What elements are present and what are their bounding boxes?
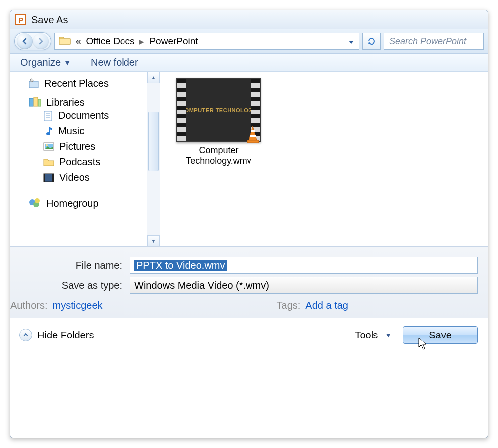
svg-point-12 xyxy=(46,132,50,135)
save-label: Save xyxy=(429,330,452,341)
svg-text:P: P xyxy=(18,16,23,24)
svg-rect-6 xyxy=(34,97,38,106)
address-dropdown-icon[interactable] xyxy=(348,37,355,48)
sidebar-header-libraries[interactable]: Libraries xyxy=(10,96,160,108)
tags-label: Tags: xyxy=(277,300,301,311)
back-button[interactable] xyxy=(17,33,33,49)
svg-rect-24 xyxy=(247,140,259,143)
titlebar: P Save As xyxy=(10,10,488,29)
authors-value[interactable]: mysticgeek xyxy=(52,300,102,311)
chevron-up-icon xyxy=(19,329,32,341)
svg-point-15 xyxy=(46,144,48,146)
svg-rect-8 xyxy=(44,111,52,121)
breadcrumb-current[interactable]: PowerPoint xyxy=(149,36,198,47)
sidebar-item-podcasts[interactable]: Podcasts xyxy=(10,154,160,170)
svg-rect-5 xyxy=(29,98,33,106)
search-input[interactable]: Search PowerPoint xyxy=(384,33,484,50)
hide-folders-label: Hide Folders xyxy=(37,330,94,341)
save-as-type-dropdown[interactable]: Windows Media Video (*.wmv) xyxy=(130,277,478,294)
save-as-type-value: Windows Media Video (*.wmv) xyxy=(134,280,269,291)
svg-rect-7 xyxy=(38,99,41,106)
authors-label: Authors: xyxy=(10,300,47,311)
video-thumbnail-icon: OMPUTER TECHNOLOG xyxy=(176,78,261,142)
form-area: File name: PPTX to Video.wmv Save as typ… xyxy=(10,247,488,318)
vlc-cone-icon xyxy=(243,124,263,144)
file-name-line1: Computer xyxy=(169,145,268,156)
chevron-right-icon: ▸ xyxy=(139,36,144,47)
scrollbar-thumb[interactable] xyxy=(148,112,159,171)
svg-rect-22 xyxy=(251,130,255,132)
sidebar-item-pictures[interactable]: Pictures xyxy=(10,139,160,154)
organize-button[interactable]: Organize ▼ xyxy=(20,57,71,68)
homegroup-icon xyxy=(28,197,41,209)
scroll-up-button[interactable]: ▲ xyxy=(147,72,160,83)
filename-input[interactable]: PPTX to Video.wmv xyxy=(130,257,478,274)
save-button[interactable]: Save xyxy=(403,326,478,344)
chevron-down-icon: ▼ xyxy=(64,59,71,67)
footer: Hide Folders Tools ▼ Save xyxy=(10,318,488,352)
svg-point-4 xyxy=(30,79,33,82)
body: Recent Places Libraries Documents Music xyxy=(10,72,488,247)
address-bar[interactable]: « Office Docs ▸ PowerPoint xyxy=(54,33,359,50)
file-name-line2: Technology.wmv xyxy=(169,156,268,166)
filename-value: PPTX to Video.wmv xyxy=(134,260,227,271)
save-as-dialog: P Save As « Office Docs ▸ PowerPoint xyxy=(10,10,488,438)
tags-value[interactable]: Add a tag xyxy=(305,300,348,311)
breadcrumb-prefix: « xyxy=(76,36,81,47)
sidebar-item-label: Documents xyxy=(58,110,109,121)
filename-label: File name: xyxy=(10,260,130,271)
breadcrumb-parent[interactable]: Office Docs xyxy=(86,36,135,47)
sidebar-item-label: Recent Places xyxy=(44,78,109,89)
tools-dropdown[interactable]: Tools ▼ xyxy=(355,330,392,341)
sidebar-item-homegroup[interactable]: Homegroup xyxy=(10,197,160,209)
window-title: Save As xyxy=(31,14,68,26)
folder-icon xyxy=(59,35,71,48)
file-item[interactable]: OMPUTER TECHNOLOG Computer Technology.wm… xyxy=(169,78,268,166)
svg-rect-2 xyxy=(59,39,70,44)
svg-rect-17 xyxy=(44,174,45,182)
sidebar-item-recent-places[interactable]: Recent Places xyxy=(10,76,160,91)
powerpoint-icon: P xyxy=(15,14,26,25)
thumbnail-text: OMPUTER TECHNOLOG xyxy=(185,107,253,113)
search-placeholder: Search PowerPoint xyxy=(389,36,466,47)
svg-rect-18 xyxy=(52,174,54,182)
recent-places-icon xyxy=(28,78,39,89)
sidebar-item-label: Podcasts xyxy=(59,156,100,168)
save-as-type-label: Save as type: xyxy=(10,280,130,291)
sidebar-item-label: Music xyxy=(58,125,84,137)
svg-point-21 xyxy=(35,198,40,203)
forward-button[interactable] xyxy=(33,33,49,49)
scroll-down-button[interactable]: ▼ xyxy=(147,235,160,246)
nav-buttons xyxy=(14,32,51,50)
tools-label: Tools xyxy=(355,330,378,341)
toolbar: Organize ▼ New folder xyxy=(10,54,488,72)
video-icon xyxy=(43,173,54,183)
document-icon xyxy=(43,111,53,121)
sidebar-item-label: Pictures xyxy=(59,141,95,152)
music-icon xyxy=(43,126,53,137)
refresh-button[interactable] xyxy=(362,33,381,50)
sidebar-scrollbar[interactable]: ▲ ▼ xyxy=(147,72,160,246)
nav-pane: Recent Places Libraries Documents Music xyxy=(10,72,160,246)
sidebar-item-videos[interactable]: Videos xyxy=(10,170,160,185)
svg-rect-23 xyxy=(250,135,256,137)
chevron-down-icon: ▼ xyxy=(385,331,392,339)
svg-rect-3 xyxy=(29,81,38,88)
sidebar-item-music[interactable]: Music xyxy=(10,123,160,139)
folder-icon xyxy=(43,157,54,167)
sidebar-header-label: Libraries xyxy=(46,97,85,108)
sidebar-item-label: Videos xyxy=(59,172,90,183)
libraries-icon xyxy=(28,96,41,108)
new-folder-button[interactable]: New folder xyxy=(91,57,138,68)
sidebar-item-documents[interactable]: Documents xyxy=(10,108,160,123)
sidebar-item-label: Homegroup xyxy=(46,198,99,209)
hide-folders-button[interactable]: Hide Folders xyxy=(19,329,94,341)
navbar: « Office Docs ▸ PowerPoint Search PowerP… xyxy=(10,29,488,54)
file-list[interactable]: OMPUTER TECHNOLOG Computer Technology.wm… xyxy=(160,72,488,246)
organize-label: Organize xyxy=(20,57,61,68)
pictures-icon xyxy=(43,142,54,152)
cursor-icon xyxy=(418,337,428,350)
